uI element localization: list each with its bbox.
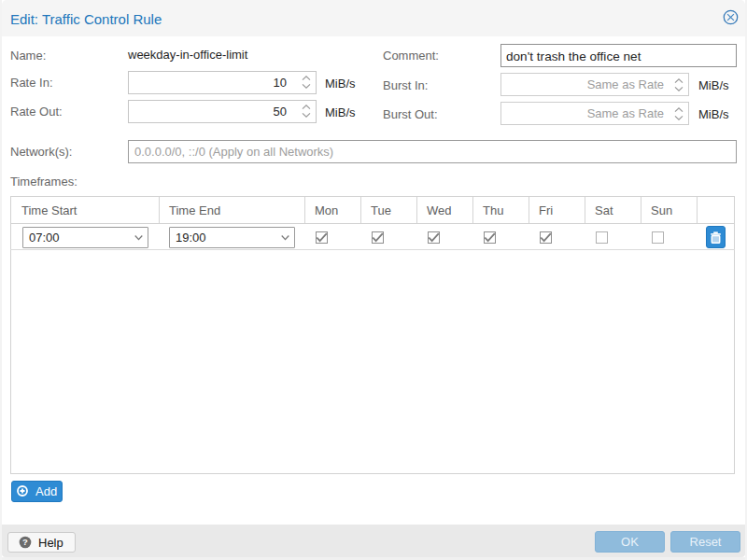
svg-text:?: ?	[22, 537, 28, 547]
